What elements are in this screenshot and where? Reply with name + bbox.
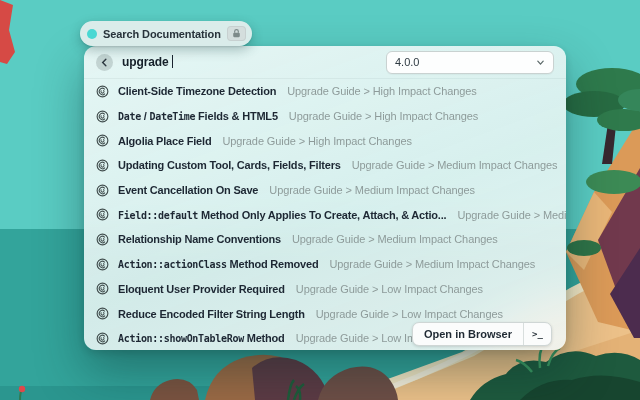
result-title: Action::actionClass Method Removed — [118, 258, 318, 270]
chevron-down-icon — [536, 58, 545, 67]
result-title: Updating Custom Tool, Cards, Fields, Fil… — [118, 159, 341, 171]
result-row[interactable]: Action::actionClass Method Removed Upgra… — [84, 252, 566, 277]
search-value: upgrade — [122, 55, 169, 69]
spiral-anchor-icon — [96, 307, 109, 320]
chevron-left-icon — [100, 58, 109, 67]
result-title: Action::showOnTableRow Method — [118, 332, 285, 344]
footer-button-group: Open in Browser >_ — [412, 322, 552, 346]
text-caret — [172, 55, 174, 68]
spiral-anchor-icon — [96, 134, 109, 147]
back-button[interactable] — [96, 54, 113, 71]
result-row[interactable]: Field::default Method Only Applies To Cr… — [84, 202, 566, 227]
spiral-anchor-icon — [96, 233, 109, 246]
result-breadcrumb: Upgrade Guide > High Impact Changes — [287, 85, 476, 97]
result-title: Relationship Name Conventions — [118, 233, 281, 245]
version-select-value: 4.0.0 — [395, 56, 419, 68]
result-title: Date / DateTime Fields & HTML5 — [118, 110, 278, 122]
results-list: Client-Side Timezone Detection Upgrade G… — [84, 79, 566, 350]
terminal-prompt-icon[interactable]: >_ — [523, 323, 551, 345]
spiral-anchor-icon — [96, 110, 109, 123]
result-row[interactable]: Algolia Place Field Upgrade Guide > High… — [84, 128, 566, 153]
result-title: Algolia Place Field — [118, 135, 211, 147]
result-breadcrumb: Upgrade Guide > Medium Impact Changes — [329, 258, 535, 270]
search-input[interactable]: upgrade — [122, 55, 173, 69]
spiral-anchor-icon — [96, 85, 109, 98]
spiral-anchor-icon — [96, 282, 109, 295]
result-row[interactable]: Event Cancellation On Save Upgrade Guide… — [84, 178, 566, 203]
search-documentation-pill[interactable]: Search Documentation — [80, 21, 252, 46]
spiral-anchor-icon — [96, 159, 109, 172]
result-row[interactable]: Relationship Name Conventions Upgrade Gu… — [84, 227, 566, 252]
result-title: Client-Side Timezone Detection — [118, 85, 276, 97]
result-breadcrumb: Upgrade Guide > High Impact Changes — [289, 110, 478, 122]
result-row[interactable]: Updating Custom Tool, Cards, Fields, Fil… — [84, 153, 566, 178]
result-title: Field::default Method Only Applies To Cr… — [118, 209, 446, 221]
spiral-anchor-icon — [96, 208, 109, 221]
spiral-anchor-icon — [96, 184, 109, 197]
result-title: Eloquent User Provider Required — [118, 283, 285, 295]
lock-icon[interactable] — [227, 26, 246, 41]
result-breadcrumb: Upgrade Guide > Low Impact Changes — [296, 283, 483, 295]
search-header: upgrade 4.0.0 — [84, 46, 566, 79]
result-breadcrumb: Upgrade Guide > Medium Impact Changes — [269, 184, 475, 196]
result-row[interactable]: Date / DateTime Fields & HTML5 Upgrade G… — [84, 104, 566, 129]
open-in-browser-button[interactable]: Open in Browser — [413, 323, 523, 345]
result-breadcrumb: Upgrade Guide > Medium Impact Changes — [292, 233, 498, 245]
result-row[interactable]: Client-Side Timezone Detection Upgrade G… — [84, 79, 566, 104]
search-panel: upgrade 4.0.0 Client-Side Timezone Detec… — [84, 46, 566, 350]
spiral-anchor-icon — [96, 258, 109, 271]
spiral-anchor-icon — [96, 332, 109, 345]
app-dot-icon — [87, 29, 97, 39]
result-breadcrumb: Upgrade Guide > High Impact Changes — [222, 135, 411, 147]
pill-label: Search Documentation — [103, 28, 221, 40]
result-breadcrumb: Upgrade Guide > Low Impact Changes — [316, 308, 503, 320]
result-title: Event Cancellation On Save — [118, 184, 258, 196]
result-title: Reduce Encoded Filter String Length — [118, 308, 305, 320]
result-breadcrumb: Upgrade Guide > Medium Impact Changes — [457, 209, 566, 221]
result-row[interactable]: Eloquent User Provider Required Upgrade … — [84, 277, 566, 302]
result-breadcrumb: Upgrade Guide > Medium Impact Changes — [352, 159, 558, 171]
version-select[interactable]: 4.0.0 — [386, 51, 554, 74]
